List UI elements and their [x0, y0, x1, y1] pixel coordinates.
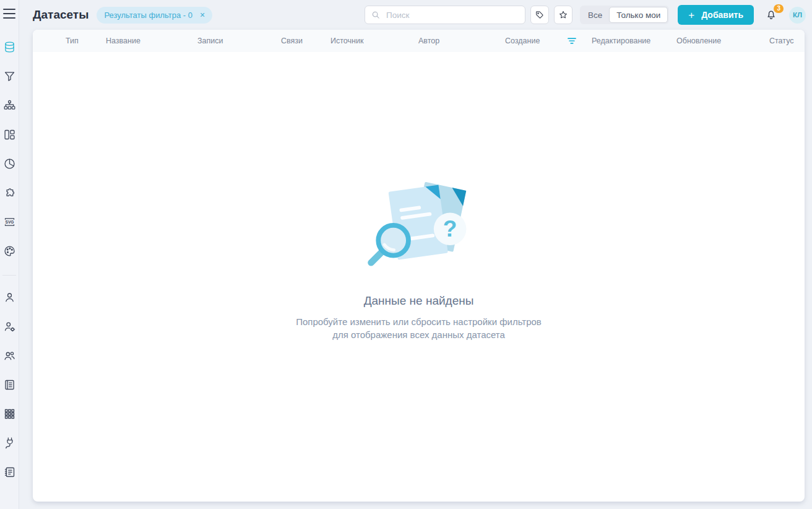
view-toggle: Все Только мои	[580, 6, 669, 24]
notifications-button[interactable]: 3	[765, 7, 779, 22]
notes-icon	[3, 466, 16, 479]
sidebar-nav-top: SVG	[3, 41, 16, 258]
column-header-status: Статус	[769, 37, 805, 45]
topbar: Датасеты Результаты фильтра - 0 × Все	[19, 0, 812, 30]
puzzle-icon	[3, 186, 16, 199]
plug-icon	[3, 437, 16, 450]
page-title: Датасеты	[33, 8, 89, 22]
layout-icon	[3, 128, 16, 141]
svg-text:SVG: SVG	[5, 220, 14, 224]
sidebar-item-profile[interactable]	[3, 291, 16, 304]
sidebar-item-filters[interactable]	[3, 70, 16, 83]
filter-results-chip[interactable]: Результаты фильтра - 0 ×	[97, 7, 212, 24]
sidebar-item-plugins[interactable]	[3, 186, 16, 199]
filter-chip-label: Результаты фильтра - 0	[104, 11, 192, 20]
chip-close-icon[interactable]: ×	[200, 11, 205, 19]
column-header-name: Название	[106, 37, 197, 45]
column-header-source: Источник	[330, 37, 418, 45]
menu-hamburger-icon[interactable]	[3, 9, 15, 19]
star-icon	[558, 10, 568, 20]
sidebar-item-apps[interactable]	[3, 407, 16, 420]
column-header-type: Тип	[66, 37, 106, 45]
sitemap-icon	[3, 99, 16, 112]
sidebar-item-svg-assets[interactable]: SVG	[3, 215, 16, 228]
view-toggle-all[interactable]: Все	[581, 7, 609, 23]
table-header: Тип Название Записи Связи Источник Автор…	[33, 30, 805, 52]
add-button-label: Добавить	[701, 10, 743, 20]
empty-state-title: Данные не найдены	[33, 294, 805, 308]
pie-chart-icon	[3, 157, 16, 170]
column-header-updated: Обновление	[676, 37, 769, 45]
sidebar-divider	[2, 275, 16, 276]
sidebar-item-themes[interactable]	[3, 245, 16, 258]
plus-icon: +	[688, 10, 694, 20]
empty-desc-line2: для отображения всех данных датасета	[332, 329, 505, 340]
column-header-edited: Редактирование	[592, 37, 676, 45]
sidebar-item-users[interactable]	[3, 349, 16, 362]
datasets-card: Тип Название Записи Связи Источник Автор…	[33, 30, 805, 502]
svg-icon: SVG	[3, 215, 16, 228]
search-input[interactable]	[385, 10, 519, 20]
tag-icon	[535, 10, 545, 20]
sidebar-item-user-settings[interactable]	[3, 320, 16, 333]
sidebar-item-notes[interactable]	[3, 466, 16, 479]
column-header-author: Автор	[418, 37, 505, 45]
main-area: Датасеты Результаты фильтра - 0 × Все	[19, 0, 812, 509]
sidebar-item-hierarchy[interactable]	[3, 99, 16, 112]
grid-icon	[3, 407, 16, 420]
empty-state-description: Попробуйте изменить или сбросить настрой…	[33, 316, 805, 341]
favorites-button[interactable]	[554, 6, 572, 24]
sidebar-item-layouts[interactable]	[3, 128, 16, 141]
topbar-right-group: Все Только мои + Добавить 3 КЛ	[365, 5, 806, 25]
column-header-created-label: Создание	[505, 37, 540, 45]
sidebar-item-charts[interactable]	[3, 157, 16, 170]
svg-text:?: ?	[443, 216, 457, 241]
column-header-links: Связи	[281, 37, 330, 45]
journal-icon	[3, 378, 16, 391]
users-icon	[3, 349, 16, 362]
empty-desc-line1: Попробуйте изменить или сбросить настрой…	[296, 316, 542, 327]
tag-filter-button[interactable]	[530, 6, 549, 24]
column-header-created: Создание	[505, 37, 592, 45]
created-sort-filter-icon[interactable]	[567, 37, 577, 45]
user-icon	[3, 291, 16, 304]
funnel-icon	[3, 70, 16, 83]
user-gear-icon	[3, 320, 16, 333]
sidebar-item-datasets[interactable]	[3, 41, 16, 54]
documents-search-illustration: ?	[361, 176, 476, 268]
sidebar-item-connections[interactable]	[3, 437, 16, 450]
add-button[interactable]: + Добавить	[678, 5, 754, 25]
sidebar-nav-bottom	[3, 291, 16, 479]
palette-icon	[3, 245, 16, 258]
app-root: SVG	[0, 0, 812, 509]
database-icon	[3, 41, 16, 54]
sidebar: SVG	[0, 0, 19, 509]
search-box	[365, 6, 525, 24]
view-toggle-mine[interactable]: Только мои	[609, 7, 668, 23]
empty-state: ? Данные не найдены Попробуйте изменить …	[33, 176, 805, 341]
column-header-records: Записи	[197, 37, 281, 45]
search-icon	[371, 11, 380, 19]
notification-badge: 3	[774, 4, 784, 13]
sidebar-item-journal[interactable]	[3, 378, 16, 391]
avatar[interactable]: КЛ	[789, 7, 806, 24]
